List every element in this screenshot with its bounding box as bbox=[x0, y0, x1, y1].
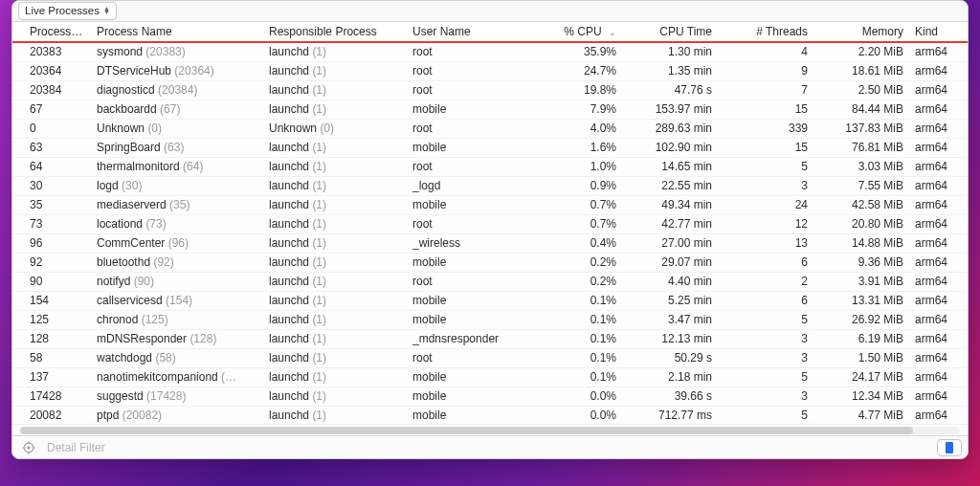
sort-descending-icon: ⌄ bbox=[609, 28, 616, 37]
detail-filter-input[interactable] bbox=[45, 440, 931, 455]
cell-cpu: 0.4% bbox=[526, 236, 622, 250]
cell-user: mobile bbox=[407, 313, 526, 326]
cell-pid: 137 bbox=[24, 370, 91, 384]
cell-kind: arm64 bbox=[909, 160, 967, 173]
cell-pid: 90 bbox=[24, 275, 91, 288]
column-header-responsible[interactable]: Responsible Process bbox=[263, 25, 407, 38]
cell-threads: 5 bbox=[718, 313, 813, 326]
process-table-body[interactable]: 20383sysmond (20383)launchd (1)root35.9%… bbox=[12, 43, 968, 424]
cell-memory: 3.91 MiB bbox=[813, 275, 909, 288]
cell-cpu: 19.8% bbox=[526, 83, 622, 97]
cell-responsible: launchd (1) bbox=[263, 389, 407, 403]
table-row[interactable]: 20384diagnosticd (20384)launchd (1)root1… bbox=[12, 81, 968, 100]
cell-threads: 5 bbox=[718, 409, 813, 422]
cell-threads: 7 bbox=[718, 83, 813, 97]
cell-user: root bbox=[407, 122, 526, 135]
cell-responsible: launchd (1) bbox=[263, 409, 407, 422]
cell-process-name: mDNSResponder (128) bbox=[91, 332, 263, 345]
column-header-kind[interactable]: Kind bbox=[909, 25, 967, 38]
cell-cputime: 50.29 s bbox=[622, 351, 718, 364]
horizontal-scrollbar[interactable] bbox=[12, 424, 968, 436]
column-header-memory[interactable]: Memory bbox=[813, 25, 909, 38]
cell-pid: 67 bbox=[24, 102, 91, 116]
cell-threads: 15 bbox=[718, 102, 813, 116]
table-row[interactable]: 73locationd (73)launchd (1)root0.7%42.77… bbox=[12, 215, 968, 234]
table-row[interactable]: 125chronod (125)launchd (1)mobile0.1%3.4… bbox=[12, 311, 968, 330]
table-row[interactable]: 64thermalmonitord (64)launchd (1)root1.0… bbox=[12, 158, 968, 177]
table-row[interactable]: 137nanotimekitcompaniond (…launchd (1)mo… bbox=[12, 368, 968, 387]
column-header-cputime[interactable]: CPU Time bbox=[622, 25, 718, 38]
cell-pid: 73 bbox=[24, 217, 91, 231]
cell-responsible: launchd (1) bbox=[263, 370, 407, 384]
topbar: Live Processes bbox=[12, 1, 968, 22]
cell-responsible: launchd (1) bbox=[263, 102, 407, 116]
cell-threads: 4 bbox=[718, 45, 813, 58]
table-row[interactable]: 58watchdogd (58)launchd (1)root0.1%50.29… bbox=[12, 349, 968, 368]
table-row[interactable]: 17428suggestd (17428)launchd (1)mobile0.… bbox=[12, 387, 968, 407]
cell-process-name: sysmond (20383) bbox=[91, 45, 263, 58]
table-row[interactable]: 35mediaserverd (35)launchd (1)mobile0.7%… bbox=[12, 196, 968, 215]
detail-panel-toggle-button[interactable] bbox=[937, 439, 962, 456]
table-row[interactable]: 67backboardd (67)launchd (1)mobile7.9%15… bbox=[12, 100, 968, 120]
cell-responsible: launchd (1) bbox=[263, 236, 407, 250]
table-row[interactable]: 30logd (30)launchd (1)_logd0.9%22.55 min… bbox=[12, 177, 968, 196]
column-header-user[interactable]: User Name bbox=[407, 25, 526, 38]
cell-memory: 76.81 MiB bbox=[813, 141, 909, 154]
cell-memory: 7.55 MiB bbox=[813, 179, 909, 192]
column-header-pid[interactable]: Process… bbox=[24, 25, 91, 38]
cell-memory: 18.61 MiB bbox=[813, 64, 909, 77]
cell-memory: 20.80 MiB bbox=[813, 217, 909, 231]
table-row[interactable]: 96CommCenter (96)launchd (1)_wireless0.4… bbox=[12, 234, 968, 254]
cell-memory: 12.34 MiB bbox=[813, 389, 909, 403]
cell-process-name: DTServiceHub (20364) bbox=[91, 64, 263, 77]
cell-cpu: 0.1% bbox=[526, 332, 622, 345]
table-row[interactable]: 20082ptpd (20082)launchd (1)mobile0.0%71… bbox=[12, 407, 968, 424]
column-header-threads[interactable]: # Threads bbox=[718, 25, 813, 38]
table-row[interactable]: 90notifyd (90)launchd (1)root0.2%4.40 mi… bbox=[12, 273, 968, 292]
cell-pid: 20082 bbox=[24, 409, 91, 422]
cell-process-name: Unknown (0) bbox=[91, 122, 263, 135]
table-row[interactable]: 0Unknown (0)Unknown (0)root4.0%289.63 mi… bbox=[12, 120, 968, 139]
table-row[interactable]: 63SpringBoard (63)launchd (1)mobile1.6%1… bbox=[12, 139, 968, 158]
cell-process-name: chronod (125) bbox=[91, 313, 263, 326]
cell-user: _mdnsresponder bbox=[407, 332, 526, 345]
cell-user: mobile bbox=[407, 389, 526, 403]
cell-memory: 4.77 MiB bbox=[813, 409, 909, 422]
cell-pid: 20384 bbox=[24, 83, 91, 97]
cell-threads: 15 bbox=[718, 141, 813, 154]
table-row[interactable]: 20383sysmond (20383)launchd (1)root35.9%… bbox=[12, 43, 968, 62]
cell-pid: 92 bbox=[24, 255, 91, 269]
process-panel: Live Processes Process… Process Name Res… bbox=[11, 0, 969, 459]
cell-responsible: launchd (1) bbox=[263, 64, 407, 77]
table-row[interactable]: 128mDNSResponder (128)launchd (1)_mdnsre… bbox=[12, 330, 968, 349]
cell-responsible: launchd (1) bbox=[263, 217, 407, 231]
cell-threads: 24 bbox=[718, 198, 813, 211]
cell-process-name: thermalmonitord (64) bbox=[91, 160, 263, 173]
cell-cputime: 2.18 min bbox=[622, 370, 718, 384]
view-selector-dropdown[interactable]: Live Processes bbox=[18, 2, 117, 20]
cell-process-name: notifyd (90) bbox=[91, 275, 263, 288]
scrollbar-track bbox=[20, 427, 960, 434]
table-row[interactable]: 20364DTServiceHub (20364)launchd (1)root… bbox=[12, 62, 968, 81]
table-row[interactable]: 154callservicesd (154)launchd (1)mobile0… bbox=[12, 292, 968, 311]
cell-user: mobile bbox=[407, 102, 526, 116]
cell-pid: 125 bbox=[24, 313, 91, 326]
cell-memory: 84.44 MiB bbox=[813, 102, 909, 116]
table-row[interactable]: 92bluetoothd (92)launchd (1)mobile0.2%29… bbox=[12, 254, 968, 273]
cell-threads: 3 bbox=[718, 389, 813, 403]
column-header-cpu[interactable]: % CPU ⌄ bbox=[526, 25, 622, 38]
cell-kind: arm64 bbox=[909, 179, 967, 192]
cell-cpu: 24.7% bbox=[526, 64, 622, 77]
cell-cputime: 5.25 min bbox=[622, 294, 718, 307]
cell-threads: 3 bbox=[718, 332, 813, 345]
view-selector-label: Live Processes bbox=[25, 5, 100, 16]
cell-memory: 9.36 MiB bbox=[813, 255, 909, 269]
panel-toggle-icon bbox=[946, 442, 953, 453]
cell-cputime: 4.40 min bbox=[622, 275, 718, 288]
cell-pid: 128 bbox=[24, 332, 91, 345]
scrollbar-thumb[interactable] bbox=[20, 427, 913, 434]
column-header-name[interactable]: Process Name bbox=[91, 25, 263, 38]
target-filter-icon[interactable] bbox=[18, 439, 39, 456]
cell-user: root bbox=[407, 45, 526, 58]
cell-responsible: launchd (1) bbox=[263, 294, 407, 307]
